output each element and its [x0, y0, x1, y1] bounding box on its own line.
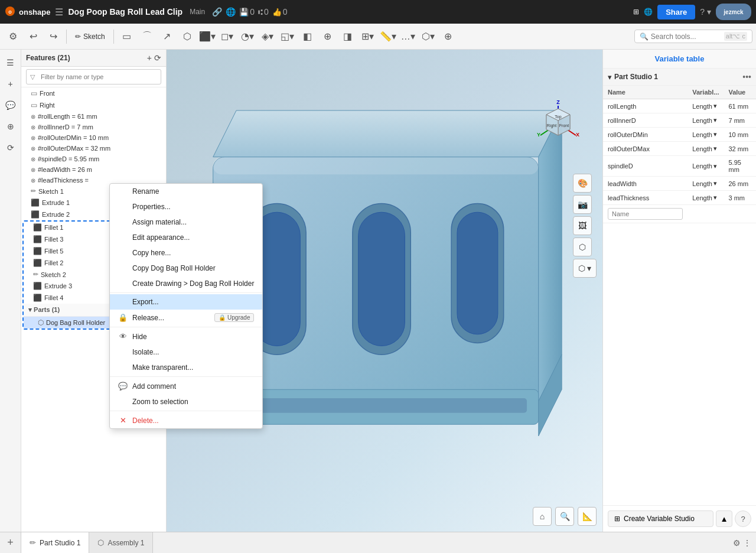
- var-type-4[interactable]: Length▾: [687, 142, 724, 156]
- feature-item-front[interactable]: ▭ Front: [21, 87, 166, 99]
- viewport-bottom-icon1[interactable]: ⌂: [533, 507, 552, 526]
- feature-item-rollOuterDMax[interactable]: ⊗ #rollOuterDMax = 32 mm: [21, 143, 166, 154]
- var-type-2[interactable]: Length▾: [687, 113, 724, 128]
- features-add-icon[interactable]: +: [147, 53, 152, 63]
- ctx-properties[interactable]: Properties...: [110, 199, 262, 214]
- toolbar-pattern[interactable]: ⬡: [178, 27, 197, 46]
- help-globe-icon[interactable]: 🌐: [644, 8, 653, 16]
- ctx-release[interactable]: 🔒 Release... 🔒 Upgrade: [110, 310, 262, 326]
- var-name-input-cell[interactable]: [603, 205, 687, 223]
- left-icon-history[interactable]: ⟳: [2, 139, 19, 156]
- toolbar-fillet[interactable]: ◔▾: [238, 27, 257, 46]
- toolbar-thread[interactable]: ⊕: [318, 27, 337, 46]
- viewport-bottom-icon2[interactable]: 🔍: [555, 507, 574, 526]
- tab-part-studio[interactable]: ✏ Part Studio 1: [21, 532, 89, 553]
- left-icon-analyze[interactable]: ⊕: [2, 118, 19, 135]
- viewport-appearance-btn[interactable]: 🎨: [573, 174, 592, 193]
- var-row-5[interactable]: spindleD Length▾ 5.95 mm: [603, 156, 756, 177]
- branch-label[interactable]: Main: [190, 8, 205, 16]
- share-button[interactable]: Share: [657, 5, 695, 19]
- onshape-logo[interactable]: o onshape: [5, 6, 50, 18]
- ctx-make-transparent[interactable]: Make transparent...: [110, 360, 262, 375]
- viewport-bottom-icon3[interactable]: 📐: [578, 507, 597, 526]
- var-row-new[interactable]: [603, 205, 756, 223]
- grid-icon[interactable]: ⊞: [633, 8, 639, 16]
- features-filter-input[interactable]: [37, 71, 126, 82]
- sketch-button[interactable]: ✏ Sketch: [70, 30, 110, 43]
- ctx-add-comment[interactable]: 💬 Add comment: [110, 378, 262, 394]
- var-row-2[interactable]: rollInnerD Length▾ 7 mm: [603, 113, 756, 128]
- tab-add-button[interactable]: +: [0, 532, 21, 553]
- ctx-hide[interactable]: 👁 Hide: [110, 328, 262, 344]
- toolbar-more[interactable]: …▾: [399, 27, 418, 46]
- var-name-input[interactable]: [608, 208, 683, 220]
- toolbar-transform[interactable]: ↗: [158, 27, 177, 46]
- tab-more-icon[interactable]: ⋮: [743, 538, 751, 548]
- viewport-render2-btn[interactable]: 🖼: [573, 216, 592, 235]
- tab-settings-icon[interactable]: ⚙: [733, 538, 741, 548]
- undo-button[interactable]: ↩: [24, 27, 43, 46]
- link-icon[interactable]: 🔗: [212, 7, 222, 17]
- var-type-7[interactable]: Length▾: [687, 191, 724, 205]
- left-icon-comment[interactable]: 💬: [2, 97, 19, 113]
- toolbar-boolean[interactable]: ◻▾: [218, 27, 237, 46]
- create-variable-studio-button[interactable]: ⊞ Create Variable Studio: [608, 510, 713, 527]
- view-cube[interactable]: Z X Y Top Front Right: [532, 97, 585, 150]
- var-row-1[interactable]: rollLength Length▾ 61 mm: [603, 99, 756, 113]
- var-type-5[interactable]: Length▾: [687, 156, 724, 177]
- right-help-button[interactable]: ?: [735, 510, 751, 527]
- tab-assembly[interactable]: ⬡ Assembly 1: [89, 532, 153, 553]
- feature-item-rollLength[interactable]: ⊗ #rollLength = 61 mm: [21, 111, 166, 122]
- toolbar-rib[interactable]: ◨: [338, 27, 357, 46]
- toolbar-settings[interactable]: ⚙: [4, 27, 22, 46]
- ctx-delete[interactable]: ✕ Delete...: [110, 412, 262, 428]
- create-var-dropdown-button[interactable]: ▲: [716, 510, 732, 527]
- var-row-4[interactable]: rollOuterDMax Length▾ 32 mm: [603, 142, 756, 156]
- features-history-icon[interactable]: ⟳: [154, 53, 161, 63]
- redo-button[interactable]: ↪: [44, 27, 63, 46]
- toolbar-crosshair[interactable]: ⊕: [439, 27, 458, 46]
- var-row-3[interactable]: rollOuterDMin Length▾ 10 mm: [603, 128, 756, 142]
- toolbar-plane[interactable]: ▭: [118, 27, 136, 46]
- user-avatar[interactable]: jezmck: [716, 4, 751, 20]
- toolbar-draft[interactable]: ◧: [298, 27, 317, 46]
- var-section-more-icon[interactable]: •••: [742, 72, 751, 82]
- feature-item-rollInnerD[interactable]: ⊗ #rollInnerD = 7 mm: [21, 122, 166, 132]
- ctx-edit-appearance[interactable]: Edit appearance...: [110, 230, 262, 245]
- var-type-6[interactable]: Length▾: [687, 177, 724, 191]
- viewport-render3-btn[interactable]: ⬡: [573, 238, 592, 256]
- toolbar-chamfer[interactable]: ◈▾: [258, 27, 277, 46]
- help-button[interactable]: ? ▾: [700, 7, 711, 17]
- hamburger-menu[interactable]: ☰: [55, 6, 63, 18]
- toolbar-extrude-drop[interactable]: ⬛▾: [198, 27, 217, 46]
- ctx-isolate[interactable]: Isolate...: [110, 344, 262, 360]
- ctx-zoom-to-selection[interactable]: Zoom to selection: [110, 394, 262, 409]
- feature-item-leadWidth[interactable]: ⊗ #leadWidth = 26 m: [21, 164, 166, 175]
- viewport-box-btn[interactable]: ⬡ ▾: [573, 259, 597, 278]
- search-input[interactable]: [651, 32, 722, 41]
- viewport-render-btn[interactable]: 📷: [573, 195, 592, 214]
- feature-item-spindleD[interactable]: ⊗ #spindleD = 5.95 mm: [21, 154, 166, 164]
- var-row-7[interactable]: leadThickness Length▾ 3 mm: [603, 191, 756, 205]
- left-icon-add[interactable]: +: [2, 76, 19, 92]
- ctx-copy-dog-bag[interactable]: Copy Dog Bag Roll Holder: [110, 261, 262, 276]
- viewport-mode-btn[interactable]: ⬡ ▾: [573, 259, 597, 278]
- ctx-create-drawing[interactable]: Create Drawing > Dog Bag Roll Holder: [110, 276, 262, 291]
- ctx-assign-material[interactable]: Assign material...: [110, 214, 262, 230]
- feature-item-right[interactable]: ▭ Right: [21, 99, 166, 111]
- toolbar-curve[interactable]: ⌒: [138, 27, 157, 46]
- ctx-export[interactable]: Export...: [110, 294, 262, 310]
- var-type-3[interactable]: Length▾: [687, 128, 724, 142]
- var-section-expand[interactable]: ▾: [608, 73, 612, 82]
- toolbar-mirror[interactable]: ⊞▾: [359, 27, 377, 46]
- ctx-rename[interactable]: Rename: [110, 184, 262, 199]
- toolbar-shell[interactable]: ◱▾: [278, 27, 297, 46]
- var-type-1[interactable]: Length▾: [687, 99, 724, 113]
- globe-icon[interactable]: 🌐: [226, 7, 236, 17]
- left-icon-features[interactable]: ☰: [2, 54, 19, 71]
- feature-item-rollOuterDMin[interactable]: ⊗ #rollOuterDMin = 10 mm: [21, 132, 166, 143]
- ctx-copy-here[interactable]: Copy here...: [110, 245, 262, 261]
- var-row-6[interactable]: leadWidth Length▾ 26 mm: [603, 177, 756, 191]
- toolbar-more2[interactable]: ⬡▾: [419, 27, 438, 46]
- toolbar-measure[interactable]: 📏▾: [379, 27, 397, 46]
